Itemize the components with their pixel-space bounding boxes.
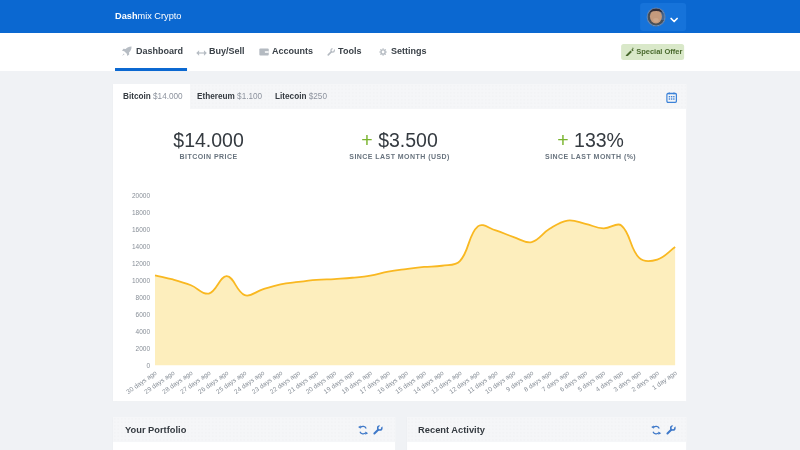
svg-text:4000: 4000	[136, 328, 151, 335]
svg-text:10000: 10000	[132, 277, 150, 284]
svg-text:12000: 12000	[132, 260, 150, 267]
svg-text:14000: 14000	[132, 243, 150, 250]
svg-text:18000: 18000	[132, 209, 150, 216]
svg-text:8000: 8000	[136, 294, 151, 301]
svg-text:6000: 6000	[136, 311, 151, 318]
svg-text:16000: 16000	[132, 226, 150, 233]
svg-text:2000: 2000	[136, 345, 151, 352]
svg-text:20000: 20000	[132, 192, 150, 199]
svg-text:0: 0	[146, 362, 150, 369]
